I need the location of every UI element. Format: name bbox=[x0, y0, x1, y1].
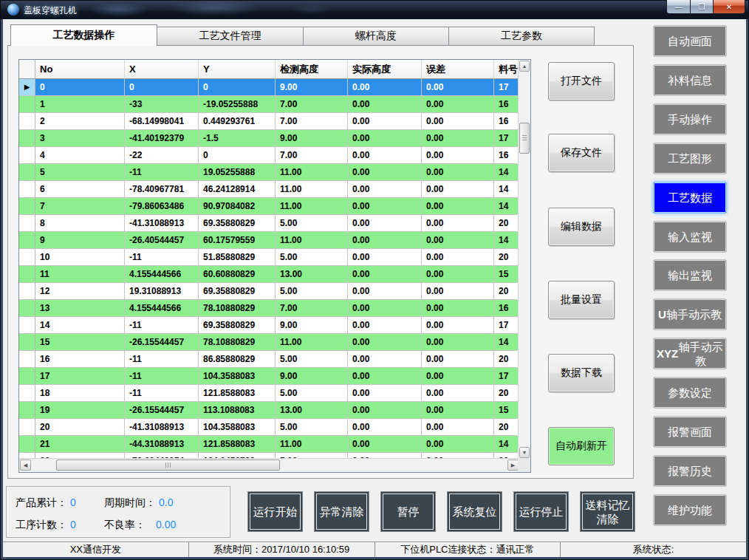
row-selector[interactable] bbox=[19, 300, 35, 317]
table-row[interactable]: 7-79.8606348690.9708408211.000.000.0014 bbox=[19, 198, 519, 215]
table-cell[interactable]: 0.00 bbox=[422, 385, 494, 402]
row-selector[interactable] bbox=[19, 113, 35, 130]
table-cell[interactable]: 0.449293761 bbox=[199, 113, 276, 130]
pause-button[interactable]: 暂停 bbox=[380, 491, 436, 532]
table-cell[interactable]: 5.00 bbox=[276, 283, 348, 300]
table-cell[interactable]: 11.00 bbox=[276, 164, 348, 181]
nav-param-setting[interactable]: 参数设定 bbox=[653, 377, 727, 409]
table-row[interactable]: 18-11121.85880835.000.000.0020 bbox=[19, 385, 519, 402]
table-cell[interactable]: 0.00 bbox=[422, 368, 494, 385]
row-selector[interactable] bbox=[19, 249, 35, 266]
table-cell[interactable]: -44.31088913 bbox=[125, 436, 199, 453]
error-clear-button[interactable]: 异常清除 bbox=[314, 491, 369, 532]
table-cell[interactable]: 0.00 bbox=[422, 215, 494, 232]
table-cell[interactable]: 15 bbox=[494, 402, 519, 419]
table-row[interactable]: 20-41.31088913104.35880835.000.000.0020 bbox=[19, 419, 519, 436]
run-start-button[interactable]: 运行开始 bbox=[247, 491, 303, 532]
table-cell[interactable]: 9.00 bbox=[276, 368, 348, 385]
table-cell[interactable]: 11.00 bbox=[276, 232, 348, 249]
column-header-2[interactable]: Y bbox=[199, 60, 276, 79]
table-cell[interactable]: -1.5 bbox=[199, 130, 276, 147]
table-cell[interactable]: 20 bbox=[35, 419, 125, 436]
table-cell[interactable]: 0.00 bbox=[422, 266, 494, 283]
table-row[interactable]: 4-2207.000.000.0016 bbox=[19, 147, 519, 164]
row-selector[interactable] bbox=[19, 436, 35, 453]
table-cell[interactable]: 11.00 bbox=[276, 181, 348, 198]
table-cell[interactable]: 104.3588083 bbox=[199, 368, 276, 385]
open-file-button[interactable]: 打开文件 bbox=[548, 62, 615, 100]
nav-u-axis-teach[interactable]: U轴手动示教 bbox=[653, 298, 727, 330]
table-cell[interactable]: 0.00 bbox=[348, 215, 422, 232]
table-row[interactable]: 19-26.15544457113.108808313.000.000.0015 bbox=[19, 402, 519, 419]
table-cell[interactable]: 5.00 bbox=[276, 249, 348, 266]
tab-screw-height[interactable]: 螺杆高度 bbox=[304, 27, 449, 46]
table-cell[interactable]: 0.00 bbox=[348, 198, 422, 215]
table-cell[interactable]: 9.00 bbox=[276, 130, 348, 147]
table-cell[interactable]: -11 bbox=[125, 385, 199, 402]
table-cell[interactable]: 14 bbox=[494, 334, 519, 351]
column-header-4[interactable]: 实际高度 bbox=[348, 60, 422, 79]
nav-alarm-history[interactable]: 报警历史 bbox=[653, 455, 727, 487]
table-cell[interactable]: 86.85880829 bbox=[199, 351, 276, 368]
table-cell[interactable]: 13 bbox=[35, 300, 125, 317]
column-header-0[interactable]: No bbox=[35, 60, 125, 79]
nav-auto-screen[interactable]: 自动画面 bbox=[653, 25, 727, 57]
table-cell[interactable]: 121.8588083 bbox=[199, 385, 276, 402]
table-cell[interactable]: -41.40192379 bbox=[125, 130, 199, 147]
table-row[interactable]: 114.15544456660.6088082913.000.000.0015 bbox=[19, 266, 519, 283]
column-header-6[interactable]: 料号 bbox=[494, 60, 519, 79]
table-cell[interactable]: 9 bbox=[35, 232, 125, 249]
table-cell[interactable]: 0.00 bbox=[422, 300, 494, 317]
table-cell[interactable]: -26.15544457 bbox=[125, 402, 199, 419]
table-cell[interactable]: 19 bbox=[35, 402, 125, 419]
row-selector[interactable]: ▶ bbox=[19, 79, 35, 96]
table-cell[interactable]: 12 bbox=[35, 283, 125, 300]
table-cell[interactable]: 16 bbox=[494, 96, 519, 113]
table-cell[interactable]: 0.00 bbox=[422, 317, 494, 334]
table-cell[interactable]: 60.17579559 bbox=[199, 232, 276, 249]
vertical-scrollbar[interactable]: ▲ ▼ bbox=[518, 60, 530, 459]
table-cell[interactable]: 20 bbox=[494, 215, 519, 232]
tab-process-params[interactable]: 工艺参数 bbox=[449, 27, 595, 46]
table-cell[interactable]: 21 bbox=[35, 436, 125, 453]
table-cell[interactable]: 17 bbox=[35, 368, 125, 385]
nav-process-data[interactable]: 工艺数据 bbox=[653, 182, 727, 214]
table-row[interactable]: 3-41.40192379-1.59.000.000.0017 bbox=[19, 130, 519, 147]
table-cell[interactable]: 0.00 bbox=[422, 130, 494, 147]
scroll-down-button[interactable]: ▼ bbox=[519, 447, 530, 458]
table-cell[interactable]: 17 bbox=[494, 130, 519, 147]
table-cell[interactable]: 0.00 bbox=[348, 334, 422, 351]
table-cell[interactable]: 14 bbox=[494, 232, 519, 249]
table-row[interactable]: 21-44.31088913121.858808311.000.000.0014 bbox=[19, 436, 519, 453]
table-cell[interactable]: 0.00 bbox=[348, 164, 422, 181]
table-cell[interactable]: 20 bbox=[494, 283, 519, 300]
row-selector[interactable] bbox=[19, 198, 35, 215]
column-header-3[interactable]: 检测高度 bbox=[276, 60, 348, 79]
nav-manual-operation[interactable]: 手动操作 bbox=[653, 103, 727, 135]
table-cell[interactable]: 4.155444566 bbox=[125, 300, 199, 317]
table-cell[interactable]: 10 bbox=[35, 249, 125, 266]
table-cell[interactable]: 15 bbox=[494, 266, 519, 283]
table-cell[interactable]: 5.00 bbox=[276, 215, 348, 232]
scroll-left-button[interactable]: ◀ bbox=[20, 460, 31, 471]
table-cell[interactable]: 14 bbox=[494, 164, 519, 181]
table-cell[interactable]: 0.00 bbox=[348, 181, 422, 198]
tab-process-data-ops[interactable]: 工艺数据操作 bbox=[10, 24, 157, 46]
table-cell[interactable]: -78.40967781 bbox=[125, 181, 199, 198]
table-cell[interactable]: 2 bbox=[35, 113, 125, 130]
table-row[interactable]: ▶0009.000.000.0017 bbox=[19, 79, 519, 96]
table-cell[interactable]: -79.86063486 bbox=[125, 198, 199, 215]
table-cell[interactable]: 0 bbox=[35, 79, 125, 96]
table-cell[interactable]: 0 bbox=[199, 79, 276, 96]
row-selector[interactable] bbox=[19, 402, 35, 419]
table-cell[interactable]: 121.8588083 bbox=[199, 436, 276, 453]
table-cell[interactable]: 46.24128914 bbox=[199, 181, 276, 198]
table-cell[interactable]: 0.00 bbox=[348, 419, 422, 436]
row-selector[interactable] bbox=[19, 283, 35, 300]
table-cell[interactable]: 0.00 bbox=[422, 164, 494, 181]
nav-alarm-screen[interactable]: 报警画面 bbox=[653, 416, 727, 448]
table-cell[interactable]: 0.00 bbox=[348, 232, 422, 249]
table-cell[interactable]: -11 bbox=[125, 368, 199, 385]
table-cell[interactable]: 17 bbox=[494, 368, 519, 385]
feed-memory-clear-button[interactable]: 送料记忆清除 bbox=[580, 491, 635, 532]
